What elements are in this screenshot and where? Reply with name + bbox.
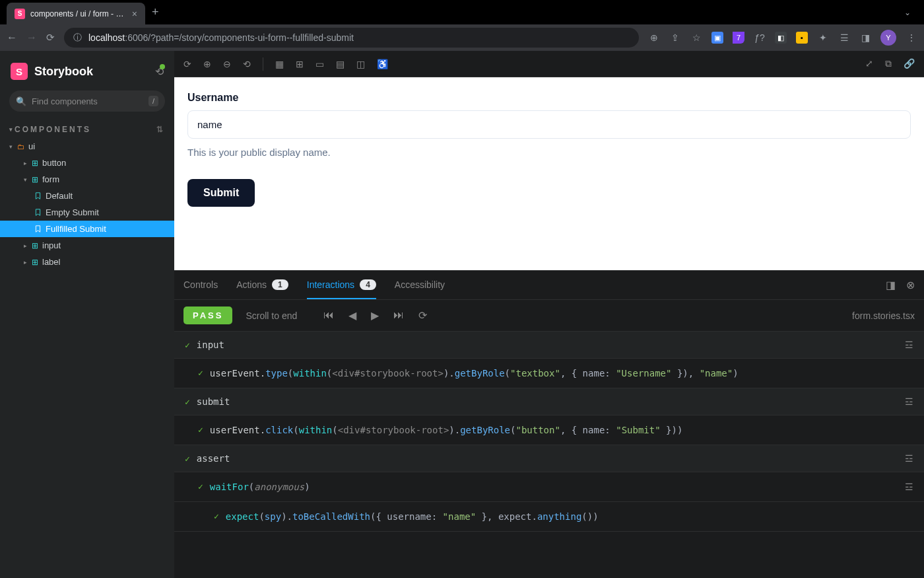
list-menu-icon[interactable]: ☲ <box>905 340 913 350</box>
check-icon: ✓ <box>198 368 203 378</box>
viewport-icon[interactable]: ▭ <box>315 59 324 69</box>
tab-label: Controls <box>183 279 218 290</box>
sort-icon[interactable]: ⇅ <box>156 125 165 134</box>
extension-badge-icon[interactable]: 7 <box>733 32 744 44</box>
extension-yellow-icon[interactable]: ▪ <box>796 32 808 44</box>
zoom-reset-icon[interactable]: ⟲ <box>243 59 251 69</box>
browser-tab[interactable]: S components / ui / form - Fullfil × <box>7 3 145 24</box>
replay-icon[interactable]: ⟳ <box>418 309 427 322</box>
reload-button[interactable]: ⟳ <box>46 32 55 44</box>
username-input[interactable] <box>187 110 911 139</box>
step-back-icon[interactable]: ◀ <box>348 309 356 322</box>
tree-story-fullfilled-submit[interactable]: Fullfilled Submit <box>0 221 174 237</box>
interaction-step[interactable]: ✓ userEvent.type(within(<div#storybook-r… <box>174 359 924 388</box>
tab-interactions[interactable]: Interactions 4 <box>307 271 376 299</box>
tab-actions[interactable]: Actions 1 <box>236 271 288 299</box>
list-menu-icon[interactable]: ☲ <box>905 482 913 492</box>
tree-folder-ui[interactable]: ▾🗀 ui <box>0 138 174 155</box>
zoom-icon[interactable]: ⊕ <box>648 32 660 43</box>
measure-icon[interactable]: ▤ <box>336 59 345 69</box>
browser-chrome: S components / ui / form - Fullfil × + ⌄… <box>0 0 924 51</box>
extensions-menu-icon[interactable]: ✦ <box>817 32 829 43</box>
tab-label: Actions <box>236 279 267 290</box>
extension-icon[interactable]: ƒ? <box>754 32 766 43</box>
component-icon: ⊞ <box>32 159 38 168</box>
new-tab-button[interactable]: + <box>152 5 159 19</box>
chrome-menu-icon[interactable]: ⋮ <box>906 32 917 43</box>
interaction-step[interactable]: ✓ userEvent.click(within(<div#storybook-… <box>174 415 924 445</box>
storybook-logo-icon: S <box>11 63 28 80</box>
zoom-out-icon[interactable]: ⊖ <box>223 59 231 69</box>
tree-component-input[interactable]: ▸⊞ input <box>0 237 174 254</box>
interaction-step[interactable]: ✓ expect(spy).toBeCalledWith({ username:… <box>174 502 924 532</box>
bookmark-icon <box>34 225 42 233</box>
list-menu-icon[interactable]: ☲ <box>905 396 913 407</box>
address-bar[interactable]: ⓘ localhost:6006/?path=/story/components… <box>64 28 639 48</box>
extension-dark-icon[interactable]: ◧ <box>775 32 787 44</box>
interaction-step[interactable]: ✓ waitFor(anonymous) ☲ <box>174 472 924 502</box>
submit-button[interactable]: Submit <box>187 179 255 207</box>
scroll-to-end-button[interactable]: Scroll to end <box>246 310 297 321</box>
fullscreen-icon[interactable]: ⤢ <box>865 58 873 69</box>
tree-label: Empty Submit <box>46 207 99 217</box>
search-input[interactable]: 🔍 Find components / <box>9 90 165 112</box>
open-new-tab-icon[interactable]: ⧉ <box>885 58 892 69</box>
tree-section-heading[interactable]: ▾ COMPONENTS ⇅ <box>0 121 174 138</box>
code-line: expect(spy).toBeCalledWith({ username: "… <box>226 511 599 522</box>
url-text: localhost:6006/?path=/story/components-u… <box>88 32 354 43</box>
addon-tab-bar: Controls Actions 1 Interactions 4 Access… <box>174 271 924 300</box>
storybook-app: S Storybook ⟲ 🔍 Find components / ▾ COMP… <box>0 51 924 578</box>
toolbar-icons: ⊕ ⇪ ☆ ▣ 7 ƒ? ◧ ▪ ✦ ☰ ◨ Y ⋮ <box>648 30 917 46</box>
tree-component-button[interactable]: ▸⊞ button <box>0 155 174 171</box>
story-file-name: form.stories.tsx <box>852 310 915 321</box>
tab-controls[interactable]: Controls <box>183 271 218 299</box>
interactions-list: ✓ input ☲ ✓ userEvent.type(within(<div#s… <box>174 332 924 532</box>
code-line: userEvent.click(within(<div#storybook-ro… <box>210 425 683 435</box>
component-icon: ⊞ <box>32 241 38 250</box>
tree-label: button <box>42 158 66 168</box>
tab-accessibility[interactable]: Accessibility <box>395 271 445 299</box>
tree-story-default[interactable]: Default <box>0 188 174 204</box>
storybook-favicon: S <box>15 9 25 19</box>
check-icon: ✓ <box>214 511 219 521</box>
addon-position-icon[interactable]: ◨ <box>886 279 896 291</box>
check-icon: ✓ <box>185 340 190 350</box>
refresh-icon[interactable]: ⟲ <box>155 65 164 78</box>
interaction-group-submit[interactable]: ✓ submit ☲ <box>174 388 924 415</box>
code-line: userEvent.type(within(<div#storybook-roo… <box>210 368 739 379</box>
list-menu-icon[interactable]: ☲ <box>905 453 913 464</box>
component-icon: ⊞ <box>32 175 38 184</box>
bookmark-icon[interactable]: ☆ <box>690 32 702 43</box>
extension-translate-icon[interactable]: ▣ <box>711 32 723 44</box>
explorer-tree: ▾ COMPONENTS ⇅ ▾🗀 ui ▸⊞ button ▾⊞ form D… <box>0 121 174 270</box>
remount-icon[interactable]: ⟳ <box>183 59 191 69</box>
step-forward-icon[interactable]: ▶ <box>371 309 379 322</box>
interaction-group-input[interactable]: ✓ input ☲ <box>174 332 924 359</box>
profile-avatar[interactable]: Y <box>880 30 896 46</box>
fast-forward-icon[interactable]: ⏭ <box>393 309 404 322</box>
zoom-in-icon[interactable]: ⊕ <box>203 59 211 69</box>
grid-icon[interactable]: ⊞ <box>296 59 304 69</box>
tabs-dropdown-icon[interactable]: ⌄ <box>904 8 911 17</box>
background-icon[interactable]: ▦ <box>275 59 284 69</box>
tree-label: label <box>42 257 60 267</box>
search-shortcut: / <box>148 96 158 106</box>
addon-close-icon[interactable]: ⊗ <box>906 279 915 291</box>
interaction-group-assert[interactable]: ✓ assert ☲ <box>174 445 924 472</box>
rewind-icon[interactable]: ⏮ <box>323 309 334 322</box>
forward-button[interactable]: → <box>26 32 37 44</box>
tree-story-empty-submit[interactable]: Empty Submit <box>0 204 174 221</box>
tab-badge: 1 <box>272 279 288 290</box>
tree-component-form[interactable]: ▾⊞ form <box>0 171 174 188</box>
accessibility-icon[interactable]: ♿ <box>377 59 388 69</box>
link-icon[interactable]: 🔗 <box>904 58 915 69</box>
tree-label: Default <box>46 191 73 201</box>
back-button[interactable]: ← <box>7 32 17 44</box>
site-info-icon[interactable]: ⓘ <box>73 32 82 44</box>
close-tab-icon[interactable]: × <box>132 9 137 19</box>
side-panel-icon[interactable]: ◨ <box>859 32 871 43</box>
share-icon[interactable]: ⇪ <box>669 32 681 43</box>
tree-component-label[interactable]: ▸⊞ label <box>0 254 174 270</box>
outline-icon[interactable]: ◫ <box>356 59 365 69</box>
reading-list-icon[interactable]: ☰ <box>838 32 850 43</box>
